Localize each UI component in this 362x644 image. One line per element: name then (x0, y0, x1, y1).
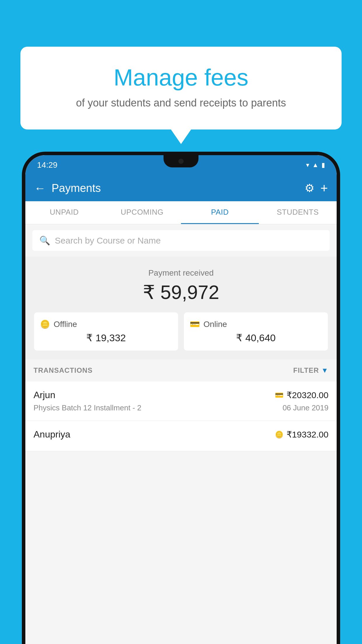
transaction-row-bottom: Physics Batch 12 Installment - 2 06 June… (34, 403, 328, 412)
settings-button[interactable]: ⚙ (305, 182, 314, 195)
page-title: Payments (52, 182, 305, 195)
online-amount: ₹ 40,640 (190, 332, 322, 344)
tab-paid[interactable]: PAID (181, 201, 259, 224)
bubble-subtitle: of your students and send receipts to pa… (35, 97, 327, 109)
phone-screen: 14:29 ▾ ▲ ▮ ← Payments ⚙ + UNPAID UPCOMI… (25, 155, 337, 644)
transaction-item[interactable]: Anupriya 🪙 ₹19332.00 (25, 421, 337, 451)
cash-payment-icon: 🪙 (275, 430, 284, 439)
speech-bubble: Manage fees of your students and send re… (20, 47, 342, 130)
transaction-row-top: Arjun 💳 ₹20320.00 (34, 390, 328, 400)
search-icon: 🔍 (39, 235, 50, 246)
search-container: 🔍 Search by Course or Name (25, 224, 337, 257)
transactions-header: TRANSACTIONS FILTER ▼ (25, 359, 337, 382)
online-card-header: 💳 Online (190, 319, 322, 329)
status-bar: 14:29 ▾ ▲ ▮ (25, 155, 337, 175)
payment-received-label: Payment received (34, 268, 328, 278)
battery-icon: ▮ (321, 161, 325, 169)
transaction-date: 06 June 2019 (282, 403, 328, 412)
offline-card-header: 🪙 Offline (40, 319, 172, 329)
wifi-icon: ▾ (306, 161, 309, 169)
transaction-course: Physics Batch 12 Installment - 2 (34, 403, 141, 412)
add-button[interactable]: + (320, 181, 328, 195)
app-bar: ← Payments ⚙ + (25, 175, 337, 201)
payment-total-amount: ₹ 59,972 (34, 281, 328, 304)
filter-button[interactable]: FILTER ▼ (293, 366, 328, 374)
offline-payment-card: 🪙 Offline ₹ 19,332 (34, 312, 178, 351)
phone-frame: 14:29 ▾ ▲ ▮ ← Payments ⚙ + UNPAID UPCOMI… (22, 152, 340, 644)
offline-icon: 🪙 (40, 319, 50, 329)
bubble-title: Manage fees (35, 64, 327, 91)
camera (178, 159, 184, 164)
signal-icon: ▲ (312, 161, 319, 169)
payment-cards: 🪙 Offline ₹ 19,332 💳 Online ₹ 40,640 (34, 312, 328, 351)
transaction-name: Arjun (34, 390, 55, 400)
transaction-amount-row: 🪙 ₹19332.00 (275, 429, 328, 440)
filter-icon: ▼ (321, 366, 328, 374)
filter-label: FILTER (293, 366, 319, 374)
online-payment-card: 💳 Online ₹ 40,640 (184, 312, 328, 351)
tab-unpaid[interactable]: UNPAID (25, 201, 103, 224)
online-label: Online (203, 320, 227, 329)
transaction-row-top: Anupriya 🪙 ₹19332.00 (34, 429, 328, 440)
transactions-label: TRANSACTIONS (34, 366, 93, 374)
status-icons: ▾ ▲ ▮ (306, 161, 325, 169)
payment-received-section: Payment received ₹ 59,972 🪙 Offline ₹ 19… (25, 257, 337, 359)
search-bar[interactable]: 🔍 Search by Course or Name (32, 230, 330, 251)
back-button[interactable]: ← (34, 182, 46, 195)
tab-upcoming[interactable]: UPCOMING (103, 201, 181, 224)
tab-bar: UNPAID UPCOMING PAID STUDENTS (25, 201, 337, 224)
search-input[interactable]: Search by Course or Name (55, 236, 161, 246)
transaction-amount: ₹20320.00 (287, 390, 328, 400)
transaction-item[interactable]: Arjun 💳 ₹20320.00 Physics Batch 12 Insta… (25, 382, 337, 421)
offline-label: Offline (54, 320, 77, 329)
transaction-amount: ₹19332.00 (287, 429, 328, 440)
online-icon: 💳 (190, 319, 200, 329)
phone-notch (164, 155, 198, 167)
tab-students[interactable]: STUDENTS (259, 201, 337, 224)
transaction-name: Anupriya (34, 429, 70, 440)
card-payment-icon: 💳 (275, 391, 284, 399)
offline-amount: ₹ 19,332 (40, 332, 172, 344)
status-time: 14:29 (37, 160, 57, 170)
transaction-amount-row: 💳 ₹20320.00 (275, 390, 328, 400)
